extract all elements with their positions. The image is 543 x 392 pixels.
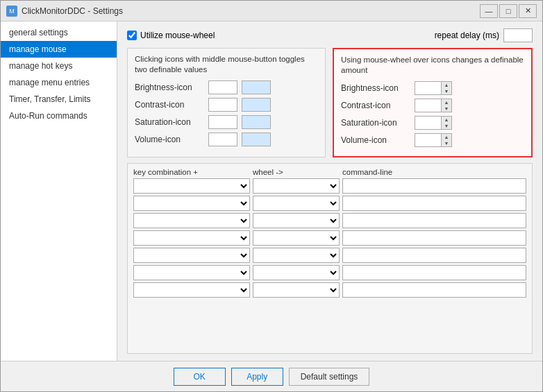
content-area: general settings manage mouse manage hot…	[1, 22, 542, 361]
combo-row7-key-select[interactable]	[133, 282, 250, 298]
contrast-spin-input[interactable]: 10	[415, 99, 441, 112]
combo-row2-wheel-select[interactable]	[253, 196, 340, 211]
saturation-spin-up[interactable]: ▲	[442, 117, 451, 123]
saturation-spin-btns: ▲ ▼	[441, 116, 452, 130]
combo-row3-key-select[interactable]	[133, 213, 250, 228]
brightness-row-right: Brightness-icon 10 ▲ ▼	[341, 81, 524, 95]
brightness-spin: 10 ▲ ▼	[415, 81, 452, 95]
app-icon: M	[6, 6, 17, 17]
combo-row7-wheel-select[interactable]	[253, 282, 340, 298]
contrast-spin: 10 ▲ ▼	[415, 99, 452, 112]
contrast-val2[interactable]: 50	[242, 98, 271, 112]
combo-row6-key-select[interactable]	[133, 265, 250, 280]
sidebar-item-auto-run-commands[interactable]: Auto-Run commands	[1, 108, 117, 124]
saturation-spin-down[interactable]: ▼	[442, 123, 451, 129]
repeat-delay-input[interactable]: 100	[503, 28, 533, 42]
top-bar: Utilize mouse-wheel repeat delay (ms) 10…	[127, 28, 533, 42]
saturation-icon-label-right: Saturation-icon	[341, 118, 410, 128]
contrast-row-right: Contrast-icon 10 ▲ ▼	[341, 99, 524, 112]
sidebar: general settings manage mouse manage hot…	[1, 22, 117, 361]
combo-row6-wheel-select[interactable]	[253, 265, 340, 280]
saturation-row-left: Saturation-icon 65 50	[135, 115, 318, 129]
combo-row3-wheel-select[interactable]	[253, 213, 340, 228]
apply-button[interactable]: Apply	[231, 368, 283, 386]
combo-row5-cmd-input[interactable]	[342, 248, 526, 263]
window-title: ClickMonitorDDC - Settings	[22, 6, 480, 16]
contrast-val1[interactable]: 0	[208, 98, 237, 112]
volume-spin-down[interactable]: ▼	[442, 140, 451, 146]
combo-row2-key-select[interactable]	[133, 196, 250, 211]
saturation-row-right: Saturation-icon 10 ▲ ▼	[341, 116, 524, 130]
sidebar-item-manage-hot-keys[interactable]: manage hot keys	[1, 58, 117, 74]
combo-row6-cmd-input[interactable]	[342, 265, 526, 280]
brightness-val1[interactable]: 0	[208, 80, 237, 94]
volume-icon-label-right: Volume-icon	[341, 135, 410, 145]
combo-row1-cmd-input[interactable]	[342, 178, 526, 194]
brightness-spin-up[interactable]: ▲	[442, 82, 451, 88]
volume-val2[interactable]: 100	[242, 133, 271, 146]
brightness-val2[interactable]: 50	[242, 80, 271, 94]
volume-row-right: Volume-icon 10 ▲ ▼	[341, 133, 524, 147]
combo-row-7	[133, 282, 526, 298]
saturation-val2[interactable]: 50	[242, 115, 271, 129]
combo-row4-key-select[interactable]	[133, 230, 250, 246]
combo-row-3	[133, 213, 526, 228]
sidebar-item-manage-mouse[interactable]: manage mouse	[1, 41, 117, 58]
combo-row5-wheel-select[interactable]	[253, 248, 340, 263]
utilize-mouse-wheel-label[interactable]: Utilize mouse-wheel	[127, 31, 215, 40]
combo-row1-wheel-select[interactable]	[253, 178, 340, 194]
combo-col1-header: key combination +	[133, 168, 250, 176]
brightness-spin-btns: ▲ ▼	[441, 81, 452, 95]
combo-row7-cmd-input[interactable]	[342, 282, 526, 298]
combo-section: key combination + wheel -> command-line	[127, 163, 533, 354]
combo-row4-wheel-select[interactable]	[253, 230, 340, 246]
brightness-icon-label-left: Brightness-icon	[135, 83, 204, 92]
combo-row-6	[133, 265, 526, 280]
contrast-row-left: Contrast-icon 0 50	[135, 98, 318, 112]
volume-spin-input[interactable]: 10	[415, 133, 441, 147]
combo-row1-key-select[interactable]	[133, 178, 250, 194]
combo-col2-header: wheel ->	[253, 168, 340, 176]
ok-button[interactable]: OK	[174, 368, 226, 386]
brightness-spin-input[interactable]: 10	[415, 81, 441, 95]
maximize-button[interactable]: □	[499, 4, 517, 18]
utilize-mouse-wheel-checkbox[interactable]	[127, 31, 137, 40]
wheel-amount-panel-title: Using mouse-wheel over icons changes a d…	[341, 55, 524, 76]
close-button[interactable]: ✕	[519, 4, 537, 18]
combo-row2-cmd-input[interactable]	[342, 196, 526, 211]
saturation-icon-label-left: Saturation-icon	[135, 117, 204, 127]
contrast-spin-down[interactable]: ▼	[442, 105, 451, 112]
middle-click-panel-title: Clicking icons with middle mouse-button …	[135, 54, 318, 75]
utilize-mouse-wheel-text: Utilize mouse-wheel	[140, 31, 215, 40]
volume-spin: 10 ▲ ▼	[415, 133, 452, 147]
combo-row4-cmd-input[interactable]	[342, 230, 526, 246]
saturation-spin-input[interactable]: 10	[415, 116, 441, 130]
contrast-icon-label-left: Contrast-icon	[135, 100, 204, 110]
volume-icon-label-left: Volume-icon	[135, 135, 204, 144]
repeat-delay-container: repeat delay (ms) 100	[435, 28, 533, 42]
sidebar-item-timer-transfer-limits[interactable]: Timer, Transfer, Limits	[1, 91, 117, 108]
combo-col3-header: command-line	[342, 168, 526, 176]
sidebar-item-general-settings[interactable]: general settings	[1, 24, 117, 41]
title-bar: M ClickMonitorDDC - Settings — □ ✕	[1, 1, 542, 22]
main-content: Utilize mouse-wheel repeat delay (ms) 10…	[117, 22, 542, 361]
saturation-val1[interactable]: 65	[208, 115, 237, 129]
combo-row-1	[133, 178, 526, 194]
combo-headers: key combination + wheel -> command-line	[133, 168, 526, 176]
middle-click-panel: Clicking icons with middle mouse-button …	[127, 48, 326, 157]
brightness-icon-label-right: Brightness-icon	[341, 83, 410, 93]
minimize-button[interactable]: —	[480, 4, 498, 18]
contrast-spin-up[interactable]: ▲	[442, 99, 451, 105]
contrast-icon-label-right: Contrast-icon	[341, 101, 410, 110]
volume-row-left: Volume-icon 0 100	[135, 133, 318, 146]
combo-row3-cmd-input[interactable]	[342, 213, 526, 228]
combo-row-4	[133, 230, 526, 246]
combo-row5-key-select[interactable]	[133, 248, 250, 263]
volume-spin-up[interactable]: ▲	[442, 134, 451, 140]
volume-val1[interactable]: 0	[208, 133, 237, 146]
contrast-spin-btns: ▲ ▼	[441, 99, 452, 112]
sidebar-item-manage-menu-entries[interactable]: manage menu entries	[1, 74, 117, 91]
brightness-spin-down[interactable]: ▼	[442, 88, 451, 94]
saturation-spin: 10 ▲ ▼	[415, 116, 452, 130]
default-settings-button[interactable]: Default settings	[289, 368, 370, 386]
